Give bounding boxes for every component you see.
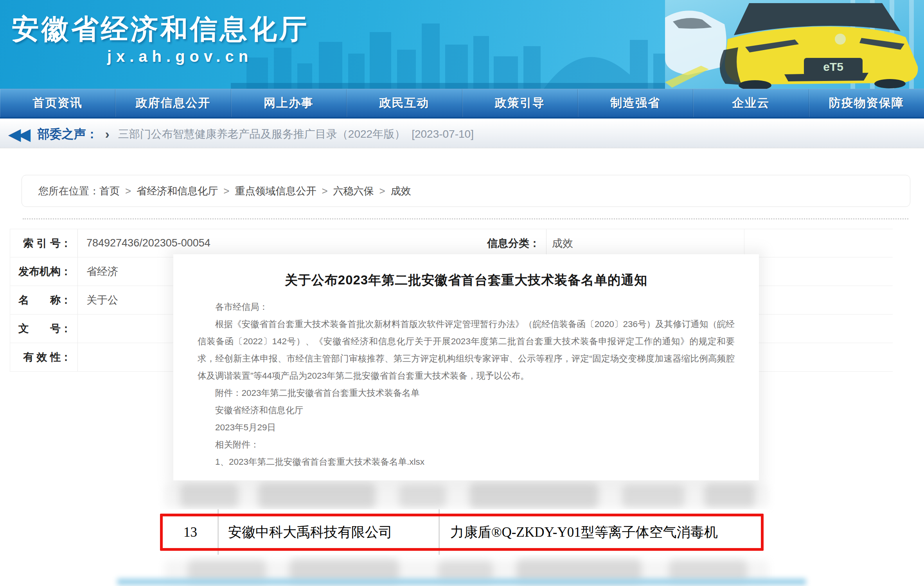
breadcrumb-separator: > [223, 185, 229, 197]
browser-page: 安徽省经济和信息化厅 jx.ah.gov.cn eT5 [0, 0, 924, 586]
highlighted-table-row: 13 安徽中科大禹科技有限公司 力康盾®Q-ZKDY-Y01型等离子体空气消毒机 [160, 514, 764, 551]
breadcrumb-item-results[interactable]: 成效 [391, 184, 411, 198]
meta-label-issuer: 发布机构： [10, 257, 78, 286]
blur-artifact [258, 483, 376, 509]
dotted-divider [23, 218, 908, 219]
meta-label-title: 名 称： [10, 286, 78, 314]
notice-salutation: 各市经信局： [198, 298, 735, 316]
blur-artifact [704, 484, 755, 508]
ticker-news-date: [2023-07-10] [412, 128, 474, 140]
breadcrumb: 您所在位置： 首页 > 省经济和信息化厅 > 重点领域信息公开 > 六稳六保 >… [22, 175, 910, 207]
meta-label-doc-no: 文 号： [10, 315, 78, 343]
news-ticker: ◀◀ 部委之声： › 三部门公布智慧健康养老产品及服务推广目录（2022年版） … [0, 120, 924, 148]
product-name-cell: 力康盾®Q-ZKDY-Y01型等离子体空气消毒机 [439, 523, 761, 541]
notice-date: 2023年5月29日 [198, 419, 735, 436]
excel-table-strip: 13 安徽中科大禹科技有限公司 力康盾®Q-ZKDY-Y01型等离子体空气消毒机 [156, 509, 769, 555]
table-row: 索 引 号： 784927436/202305-00054 信息分类： 成效 [10, 229, 893, 257]
meta-label-category: 信息分类： [480, 229, 546, 257]
meta-label-index-no: 索 引 号： [10, 229, 78, 257]
notice-body: 各市经信局： 根据《安徽省首台套重大技术装备首批次新材料首版次软件评定管理暂行办… [198, 298, 735, 471]
notice-paragraph: 根据《安徽省首台套重大技术装备首批次新材料首版次软件评定管理暂行办法》（皖经信装… [198, 316, 735, 385]
site-header: 安徽省经济和信息化厅 jx.ah.gov.cn eT5 [0, 0, 924, 89]
breadcrumb-item-six-stability[interactable]: 六稳六保 [333, 184, 374, 198]
breadcrumb-separator: > [379, 185, 385, 197]
site-url: jx.ah.gov.cn [59, 48, 301, 65]
nav-item-home[interactable]: 首页资讯 [0, 89, 115, 117]
blur-artifact [622, 484, 685, 508]
blur-artifact [399, 484, 446, 508]
company-name-cell: 安徽中科大禹科技有限公司 [218, 523, 439, 541]
row-number-cell: 13 [163, 525, 218, 540]
notice-document: 关于公布2023年第二批安徽省首台套重大技术装备名单的通知 各市经信局： 根据《… [173, 254, 759, 480]
breadcrumb-separator: > [322, 185, 327, 197]
car-plate-text: eT5 [823, 60, 843, 73]
notice-attachment-line: 附件：2023年第二批安徽省首台套重大技术装备名单 [198, 385, 735, 402]
meta-value-index-no: 784927436/202305-00054 [78, 237, 480, 249]
meta-value-category: 成效 [546, 236, 893, 250]
blur-artifact [469, 483, 599, 509]
nav-item-gov-info[interactable]: 政府信息公开 [115, 89, 231, 117]
notice-issuer: 安徽省经济和信息化厅 [198, 402, 735, 419]
notice-related-label: 相关附件： [198, 436, 735, 453]
breadcrumb-item-department[interactable]: 省经济和信息化厅 [137, 184, 218, 198]
meta-label-validity: 有 效 性： [10, 343, 78, 371]
breadcrumb-item-key-info[interactable]: 重点领域信息公开 [235, 184, 316, 198]
header-photo-car: eT5 [665, 0, 924, 89]
breadcrumb-item-home[interactable]: 首页 [99, 184, 120, 198]
blur-artifact [180, 484, 239, 508]
breadcrumb-separator: > [125, 185, 131, 197]
blur-artifact-blue [117, 579, 806, 585]
breadcrumb-prefix: 您所在位置： [38, 184, 99, 198]
right-arrow-icon: › [105, 126, 110, 142]
ticker-news-link[interactable]: 三部门公布智慧健康养老产品及服务推广目录（2022年版） [118, 127, 405, 142]
nav-item-online-service[interactable]: 网上办事 [231, 89, 347, 117]
nav-item-interaction[interactable]: 政民互动 [347, 89, 462, 117]
notice-title: 关于公布2023年第二批安徽省首台套重大技术装备名单的通知 [173, 271, 759, 289]
nav-item-policy[interactable]: 政策引导 [462, 89, 578, 117]
nav-item-manufacturing[interactable]: 制造强省 [578, 89, 693, 117]
nav-item-epidemic-supplies[interactable]: 防疫物资保障 [809, 89, 924, 117]
nav-item-enterprise-cloud[interactable]: 企业云 [693, 89, 809, 117]
notice-xlsx-attachment-link[interactable]: 1、2023年第二批安徽省首台套重大技术装备名单.xlsx [198, 453, 735, 471]
ticker-label: 部委之声： [38, 126, 98, 142]
double-left-arrow-icon: ◀◀ [9, 126, 28, 142]
blurred-content-band [164, 482, 769, 511]
main-nav: 首页资讯 政府信息公开 网上办事 政民互动 政策引导 制造强省 企业云 防疫物资… [0, 89, 924, 119]
site-title: 安徽省经济和信息化厅 [12, 11, 309, 48]
